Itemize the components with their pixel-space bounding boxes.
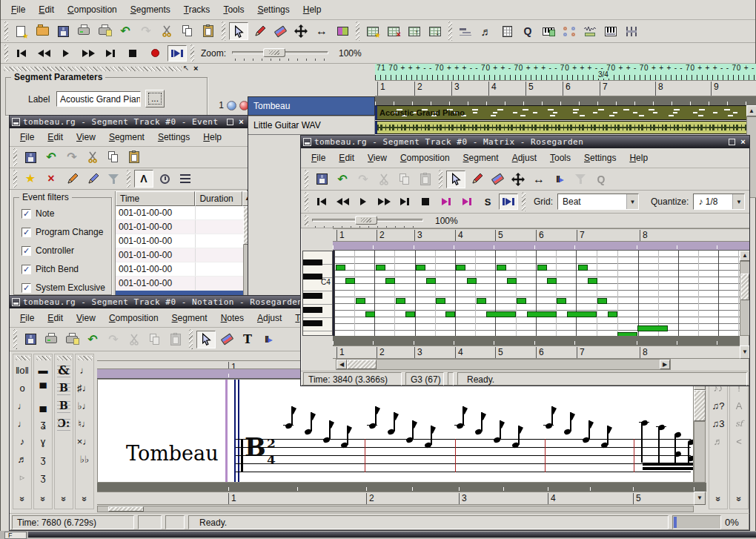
matrix-menu-composition[interactable]: Composition (394, 151, 457, 165)
loop-end-button[interactable] (457, 194, 477, 210)
eventlist-menu-edit[interactable]: Edit (41, 130, 70, 145)
select-tool-button[interactable] (229, 22, 248, 40)
note[interactable] (456, 265, 465, 271)
sforzando-button[interactable]: sf (731, 414, 747, 432)
chevron-down-icon[interactable]: » (56, 490, 72, 508)
table-row[interactable]: 001-01-00-00 (116, 262, 243, 277)
close-button[interactable]: × (237, 118, 245, 126)
save-file-button[interactable] (53, 22, 73, 40)
bass-clef-button[interactable]: Ɔ: (56, 414, 72, 432)
main-zoom-slider[interactable] (232, 47, 328, 60)
segment-label-field[interactable]: Acoustic Grand Piano (56, 91, 141, 107)
matrix-ruler-down-icon[interactable]: ▼ (740, 345, 750, 359)
grace-note-button[interactable]: ♬ (710, 432, 726, 450)
skip-start-button[interactable] (12, 45, 31, 62)
toolbar-grip[interactable] (305, 215, 308, 226)
toolbar-grip[interactable] (305, 170, 308, 188)
notation-position-strip[interactable] (97, 483, 706, 492)
cut-button[interactable] (374, 171, 394, 188)
track-label[interactable]: Tombeau (248, 96, 375, 116)
filter-controller[interactable]: ✓Controller (21, 245, 74, 256)
sharp-button[interactable]: ♯♩ (76, 379, 93, 397)
toolbar-grip[interactable] (13, 329, 17, 349)
quantize-button[interactable]: Q (591, 171, 611, 188)
note[interactable] (637, 325, 668, 331)
note[interactable] (396, 298, 405, 304)
column-header-time[interactable]: Time (116, 191, 195, 206)
skip-start-button[interactable] (312, 194, 331, 210)
half-note-button[interactable]: ♩ (14, 397, 30, 414)
copy-button[interactable] (178, 22, 197, 40)
rewind-button[interactable] (34, 45, 53, 62)
dock-close-icon[interactable]: × (193, 64, 198, 73)
note[interactable] (345, 278, 355, 284)
scroll-left-icon[interactable]: ◀ (336, 360, 347, 369)
matrix-menu-adjust[interactable]: Adjust (505, 151, 543, 165)
note[interactable] (405, 311, 415, 317)
note[interactable] (467, 278, 477, 284)
delete-track-button[interactable]: × (384, 22, 403, 40)
toolbar-grip[interactable] (356, 22, 359, 41)
main-menu-segments[interactable]: Segments (124, 2, 177, 17)
matrix-hscroll-thumb[interactable] (347, 360, 377, 369)
triplet-button[interactable]: ♫3 (710, 414, 726, 432)
main-menu-file[interactable]: File (4, 2, 32, 17)
eventlist-menu-help[interactable]: Help (196, 130, 228, 145)
note[interactable] (527, 311, 557, 317)
black-key[interactable] (303, 259, 322, 265)
draw-tool-button[interactable] (250, 22, 269, 40)
chevron-down-icon[interactable]: » (76, 490, 93, 508)
note[interactable] (376, 265, 385, 271)
event-list-titlebar[interactable]: tombeau.rg - Segment Track #0 - Event Li… (10, 116, 248, 128)
table-row[interactable]: 001-01-00-00 (116, 234, 243, 248)
matrix-menu-edit[interactable]: Edit (332, 151, 361, 165)
matrix-menu-segment[interactable]: Segment (457, 151, 505, 165)
table-vscroll-thumb[interactable] (243, 206, 248, 245)
paste-button[interactable] (125, 148, 144, 166)
audio-plugins-button[interactable] (560, 22, 579, 40)
print-preview-button[interactable] (95, 22, 114, 40)
toolbar-grip[interactable] (13, 148, 17, 166)
toolbar-grip[interactable] (448, 22, 452, 41)
position-strip[interactable] (375, 96, 756, 105)
eighth-rest-button[interactable]: ɣ (35, 432, 51, 450)
skip-end-button[interactable] (101, 45, 120, 62)
open-notation-button[interactable]: ♬ (477, 22, 496, 40)
checkbox[interactable]: ✓ (21, 228, 31, 237)
palette-grip[interactable] (78, 356, 93, 360)
scroll-right-icon[interactable]: ▶ (660, 360, 670, 369)
black-key[interactable] (303, 293, 322, 299)
redo-button[interactable]: ↷ (104, 331, 123, 348)
note[interactable] (507, 278, 517, 284)
breve-button[interactable]: ‖o‖ (14, 361, 30, 379)
eventlist-menu-settings[interactable]: Settings (151, 130, 196, 145)
notation-menu-adjust[interactable]: Adjust (251, 311, 288, 325)
play-button[interactable] (354, 194, 373, 210)
main-menu-tracks[interactable]: Tracks (177, 2, 217, 17)
move-track-up-button[interactable]: ↑ (405, 22, 424, 40)
audio-mixer-button[interactable] (580, 22, 600, 40)
checkbox[interactable]: ✓ (21, 209, 31, 219)
solo-button[interactable]: S (478, 194, 497, 210)
marcato-button[interactable]: A (731, 397, 747, 414)
checkbox[interactable]: ✓ (21, 265, 31, 274)
double-flat-button[interactable]: ♭♭ (76, 450, 93, 468)
matrix-top-ruler[interactable]: 12345678 (333, 228, 749, 242)
half-rest-button[interactable]: ▄ (35, 397, 51, 414)
beam-group-button[interactable]: ♫? (710, 397, 726, 414)
fast-forward-button[interactable] (79, 45, 98, 62)
paste-button[interactable] (166, 331, 185, 348)
close-button[interactable]: × (739, 138, 747, 146)
undock-icon[interactable]: ↖ (183, 64, 189, 72)
table-row[interactable]: 001-01-00-00 (116, 277, 243, 291)
main-menu-edit[interactable]: Edit (32, 2, 61, 17)
skip-end-button[interactable] (395, 194, 414, 210)
paste-button[interactable] (199, 22, 218, 40)
segment-audio[interactable] (375, 121, 748, 134)
eighth-note-button[interactable]: ♪ (14, 432, 30, 450)
double-whole-rest-button[interactable]: ▬ (35, 361, 51, 379)
raw-time-button[interactable] (176, 170, 195, 188)
matrix-position-strip[interactable] (333, 336, 740, 345)
note[interactable] (385, 278, 395, 284)
matrix-menu-settings[interactable]: Settings (577, 151, 623, 165)
